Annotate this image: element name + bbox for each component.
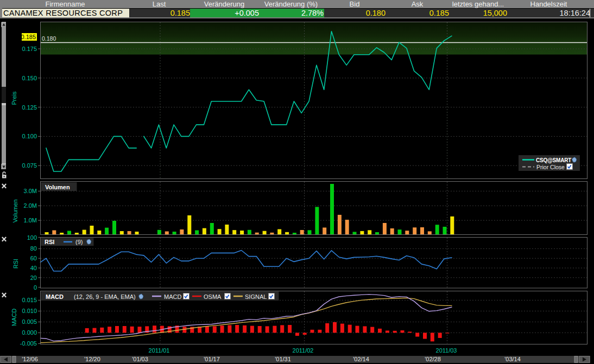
svg-text:MACD: MACD [164,293,181,300]
svg-text:'12/20: '12/20 [84,356,100,362]
svg-text:Volumen: Volumen [12,200,18,223]
svg-text:SIGNAL: SIGNAL [245,293,267,300]
svg-text:'02/28: '02/28 [425,356,441,362]
svg-text:40: 40 [30,265,37,271]
svg-text:1.0M: 1.0M [24,217,37,223]
svg-text:'02/14: '02/14 [353,356,369,362]
svg-text:60: 60 [30,255,37,261]
svg-text:RSI: RSI [12,259,19,269]
svg-text:'01/03: '01/03 [132,356,148,362]
svg-text:MACD: MACD [11,309,17,326]
svg-text:-0.005: -0.005 [20,340,37,347]
svg-text:RSI: RSI [45,239,54,245]
svg-text:2011/03: 2011/03 [436,347,457,354]
svg-text:0.175: 0.175 [22,46,37,52]
svg-text:2011/02: 2011/02 [293,347,314,354]
svg-text:OSMA: OSMA [204,293,222,300]
svg-text:MACD: MACD [46,293,64,300]
svg-text:Volumen: Volumen [45,184,70,190]
svg-text:'12/06: '12/06 [22,356,38,362]
svg-text:20: 20 [30,274,37,281]
svg-text:0.000: 0.000 [22,329,37,336]
svg-text:'03/14: '03/14 [504,356,521,362]
svg-text:0: 0 [34,284,37,291]
svg-text:'01/31: '01/31 [275,356,291,362]
svg-text:2011/01: 2011/01 [149,347,170,354]
svg-text:80: 80 [30,245,37,252]
svg-text:0.125: 0.125 [22,104,37,111]
svg-text:'01/17: '01/17 [204,356,220,362]
svg-text:Prior Close: Prior Close [536,164,565,170]
svg-text:(9): (9) [75,239,83,245]
svg-text:CSQ@SMART: CSQ@SMART [536,157,571,163]
svg-text:100: 100 [27,234,37,241]
svg-text:Preis: Preis [11,91,17,105]
svg-text:0.015: 0.015 [22,297,37,303]
svg-text:3.0M: 3.0M [24,188,37,194]
svg-text:(12, 26, 9 - EMA, EMA): (12, 26, 9 - EMA, EMA) [74,293,136,300]
svg-text:0.010: 0.010 [22,308,37,314]
svg-text:0.150: 0.150 [22,75,37,81]
svg-text:0.075: 0.075 [22,162,37,169]
svg-text:0.005: 0.005 [22,318,37,325]
svg-text:0.100: 0.100 [22,133,37,139]
svg-text:2.0M: 2.0M [24,202,37,209]
svg-text:0.180: 0.180 [42,35,56,42]
svg-text:0.185: 0.185 [21,34,36,40]
